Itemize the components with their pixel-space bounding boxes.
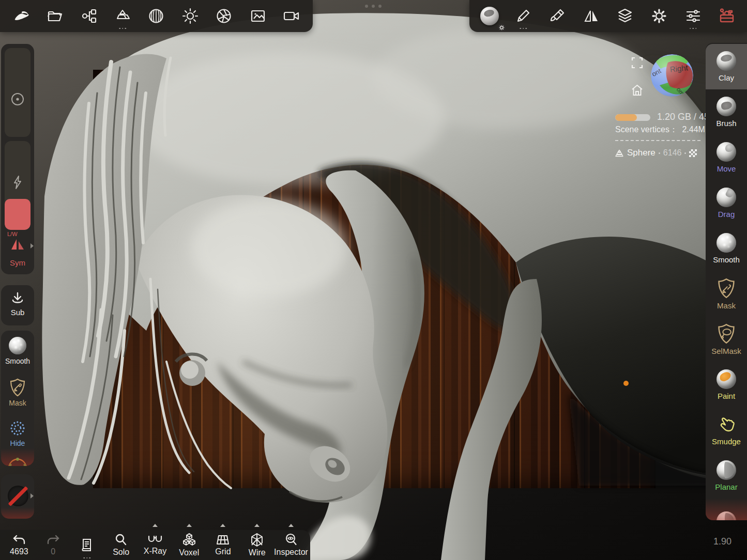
tool-move[interactable]: Move xyxy=(706,135,747,180)
caret-up-icon xyxy=(288,524,294,527)
redo-button[interactable]: 0 xyxy=(37,531,69,559)
top-right-toolbar xyxy=(469,0,747,32)
tool-paint[interactable]: Paint xyxy=(706,362,747,408)
scene-graph-icon[interactable] xyxy=(74,2,103,30)
history-notes-button[interactable] xyxy=(71,531,103,559)
topology-pyramid-icon[interactable] xyxy=(108,2,137,30)
xray-button[interactable]: X-Ray xyxy=(139,531,171,559)
arrow-down-tray-icon xyxy=(10,291,25,306)
tool-mask[interactable]: Mask xyxy=(706,271,747,317)
caret-up-icon xyxy=(254,524,260,527)
settings-gear-icon[interactable] xyxy=(645,2,674,30)
sym-label[interactable]: Sym xyxy=(1,258,34,267)
postprocess-aperture-icon[interactable] xyxy=(209,2,238,30)
sym-mode-badge: L/W xyxy=(7,231,18,237)
lighting-sun-icon[interactable] xyxy=(176,2,205,30)
nomad-logo-icon[interactable] xyxy=(7,2,36,30)
radius-slider[interactable] xyxy=(5,48,31,137)
grid-button[interactable]: Grid xyxy=(207,531,239,559)
inspector-eye-icon xyxy=(284,533,298,547)
drag-sphere-icon xyxy=(716,188,736,207)
camera-video-icon[interactable] xyxy=(277,2,306,30)
undo-button[interactable]: 4693 xyxy=(3,531,35,559)
object-count: 6146 xyxy=(663,148,682,158)
gizmo-icon[interactable] xyxy=(6,457,29,466)
glasses-icon xyxy=(147,534,163,546)
move-sphere-icon xyxy=(716,142,736,162)
tool-clay[interactable]: Clay xyxy=(706,44,747,89)
solo-label: Solo xyxy=(113,548,129,557)
expand-arrow-icon xyxy=(31,493,34,499)
more-dots-icon xyxy=(84,557,91,559)
stroke-pencil-icon[interactable] xyxy=(509,2,538,30)
home-icon[interactable] xyxy=(631,84,643,96)
tool-label: SelMask xyxy=(711,347,741,355)
object-name: Sphere xyxy=(627,148,655,158)
canvas-drag-handle[interactable] xyxy=(365,5,382,8)
sub-button[interactable]: Sub xyxy=(1,285,34,325)
intensity-fill xyxy=(5,199,31,230)
stroke-cursor-dot xyxy=(623,381,629,386)
hud-divider xyxy=(615,140,700,141)
more-dots-icon xyxy=(690,28,697,29)
tool-sidebar: Clay Brush Move Drag Smooth Mask SelMask xyxy=(706,43,747,520)
tool-drag[interactable]: Drag xyxy=(706,180,747,226)
voxel-label: Voxel xyxy=(179,548,199,557)
mask-shield-icon xyxy=(9,378,26,397)
view-cube[interactable]: Right ont om xyxy=(650,53,694,98)
object-chip[interactable]: Sphere 6146 xyxy=(615,148,697,158)
material-sphere-button[interactable] xyxy=(475,2,504,30)
layers-icon[interactable] xyxy=(611,2,639,30)
sculpt-canvas[interactable]: L/W Sym Sub Smooth Mask Hide Clay xyxy=(0,0,747,560)
color-swatch-panel[interactable] xyxy=(1,474,34,519)
sliders-icon[interactable] xyxy=(679,2,708,30)
caret-up-icon xyxy=(153,524,158,527)
quick-tools-panel: Smooth Mask Hide xyxy=(1,331,34,466)
expand-arrow-icon xyxy=(31,243,34,248)
background-image-icon[interactable] xyxy=(243,2,272,30)
wire-button[interactable]: Wire xyxy=(241,531,273,559)
quick-tool-hide[interactable]: Hide xyxy=(1,419,34,447)
caret-up-icon xyxy=(187,524,192,527)
tool-label: Brush xyxy=(716,119,736,128)
quick-tool-smooth[interactable]: Smooth xyxy=(1,337,34,365)
undo-arrow-icon xyxy=(12,534,26,546)
folder-icon[interactable] xyxy=(40,2,69,30)
tool-brush[interactable]: Brush xyxy=(706,89,747,135)
symmetry-mirror-icon[interactable] xyxy=(577,2,606,30)
clay-sphere-icon xyxy=(716,51,736,71)
zoom-level: 1.90 xyxy=(713,536,731,547)
paint-sphere-icon xyxy=(716,369,736,389)
mesh-pyramid-icon xyxy=(615,149,624,157)
tool-smudge[interactable]: Smudge xyxy=(706,408,747,453)
grid-icon xyxy=(216,534,230,546)
checker-icon xyxy=(689,149,697,157)
more-dots-icon xyxy=(520,28,527,29)
separator-dot xyxy=(659,152,660,154)
voxel-button[interactable]: Voxel xyxy=(173,531,205,559)
tool-smooth[interactable]: Smooth xyxy=(706,226,747,271)
inspector-button[interactable]: Inspector xyxy=(275,531,307,559)
memory-bar xyxy=(615,114,650,121)
solo-button[interactable]: Solo xyxy=(105,531,137,559)
tool-label: Smooth xyxy=(713,255,740,264)
no-color-swatch-icon[interactable] xyxy=(8,486,28,506)
tool-flatten-partial[interactable] xyxy=(706,499,747,520)
symmetry-triangles-icon[interactable] xyxy=(10,236,25,252)
wire-label: Wire xyxy=(249,548,266,557)
selmask-shield-icon xyxy=(717,323,736,344)
tool-label: Move xyxy=(717,164,736,173)
material-hatched-sphere-icon[interactable] xyxy=(142,2,171,30)
more-dots-icon xyxy=(119,28,126,29)
tool-label: Paint xyxy=(718,392,735,400)
tool-planar[interactable]: Planar xyxy=(706,453,747,499)
intensity-slider[interactable] xyxy=(5,141,31,230)
fullscreen-icon[interactable] xyxy=(631,57,643,69)
falloff-paintbrush-icon[interactable] xyxy=(543,2,572,30)
quick-tool-label: Mask xyxy=(1,399,34,407)
toolbox-icon[interactable] xyxy=(712,2,741,30)
tool-selmask[interactable]: SelMask xyxy=(706,317,747,362)
gear-badge-icon xyxy=(497,23,506,32)
memory-text: 1.20 GB / 452 xyxy=(657,112,706,122)
quick-tool-mask[interactable]: Mask xyxy=(1,378,34,407)
